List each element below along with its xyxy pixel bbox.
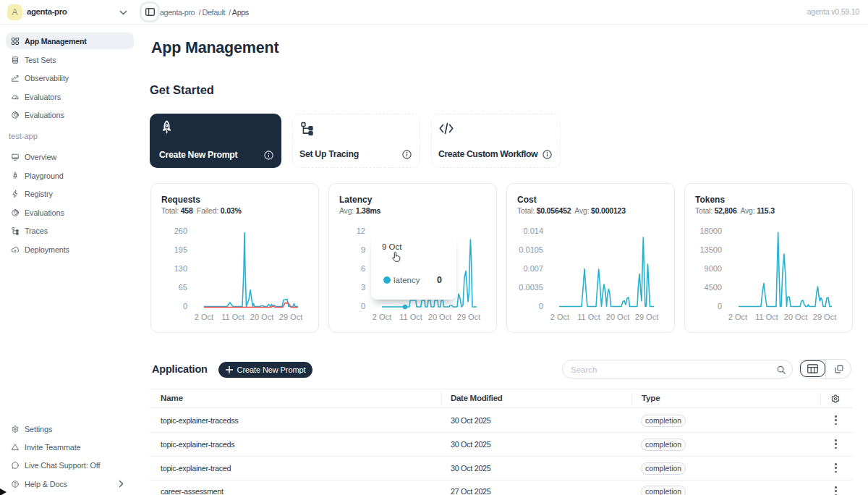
svg-text:2 Oct: 2 Oct bbox=[195, 313, 213, 321]
svg-text:6: 6 bbox=[361, 264, 365, 273]
svg-text:20 Oct: 20 Oct bbox=[428, 313, 451, 321]
svg-text:29 Oct: 29 Oct bbox=[635, 313, 658, 321]
svg-text:0: 0 bbox=[718, 302, 722, 310]
svg-text:130: 130 bbox=[174, 264, 187, 273]
svg-text:3: 3 bbox=[361, 283, 365, 292]
svg-text:0.007: 0.007 bbox=[523, 264, 543, 273]
svg-text:0: 0 bbox=[539, 302, 543, 310]
svg-text:29 Oct: 29 Oct bbox=[457, 313, 480, 321]
svg-text:2 Oct: 2 Oct bbox=[550, 313, 569, 321]
svg-text:29 Oct: 29 Oct bbox=[813, 313, 836, 321]
svg-text:11 Oct: 11 Oct bbox=[755, 313, 778, 321]
svg-text:18000: 18000 bbox=[699, 227, 722, 235]
svg-text:65: 65 bbox=[179, 283, 187, 292]
svg-text:9000: 9000 bbox=[705, 264, 722, 273]
svg-text:29 Oct: 29 Oct bbox=[279, 313, 302, 321]
svg-text:4500: 4500 bbox=[705, 283, 722, 292]
svg-text:260: 260 bbox=[174, 227, 187, 235]
svg-text:13500: 13500 bbox=[699, 245, 722, 254]
svg-text:11 Oct: 11 Oct bbox=[221, 313, 244, 321]
svg-text:0.014: 0.014 bbox=[523, 227, 543, 235]
svg-text:12: 12 bbox=[357, 227, 365, 235]
svg-text:2 Oct: 2 Oct bbox=[728, 313, 747, 321]
svg-text:2 Oct: 2 Oct bbox=[373, 313, 391, 321]
svg-text:11 Oct: 11 Oct bbox=[577, 313, 600, 321]
svg-text:20 Oct: 20 Oct bbox=[784, 313, 807, 321]
svg-text:0.0105: 0.0105 bbox=[519, 245, 543, 254]
svg-text:0: 0 bbox=[361, 302, 365, 310]
svg-text:9: 9 bbox=[361, 245, 365, 254]
svg-text:0: 0 bbox=[183, 302, 187, 310]
svg-text:20 Oct: 20 Oct bbox=[250, 313, 273, 321]
svg-text:195: 195 bbox=[174, 245, 187, 254]
svg-text:20 Oct: 20 Oct bbox=[606, 313, 629, 321]
svg-text:11 Oct: 11 Oct bbox=[399, 313, 422, 321]
svg-text:0.0035: 0.0035 bbox=[519, 283, 543, 292]
